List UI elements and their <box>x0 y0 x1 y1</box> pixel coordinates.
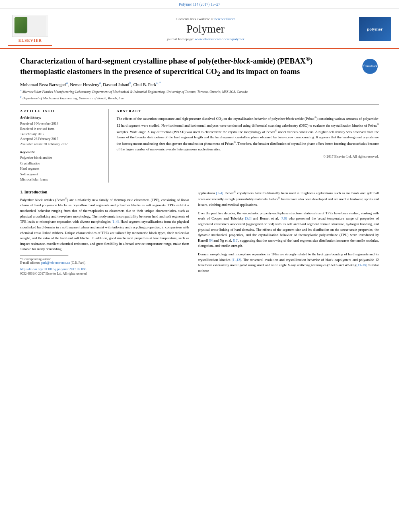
elsevier-text: ELSEVIER <box>19 38 42 43</box>
polymer-logo-box: polymer <box>359 17 391 41</box>
body-two-col: 1. Introduction Polyether block amides (… <box>20 190 379 277</box>
sciencedirect-link[interactable]: ScienceDirect <box>214 17 234 21</box>
received-revised-label: Received in revised form <box>20 126 102 131</box>
citation-text: Polymer 114 (2017) 15–27 <box>179 2 220 6</box>
journal-center-info: Contents lists available at ScienceDirec… <box>52 17 359 41</box>
svg-rect-1 <box>16 17 27 33</box>
svg-rect-0 <box>14 16 46 36</box>
doi-link[interactable]: http://dx.doi.org/10.1016/j.polymer.2017… <box>20 267 86 271</box>
article-info-abstract: ARTICLE INFO Article history: Received 9… <box>20 109 379 183</box>
authors-line: Mohamad Reza Barzegaria, Nemat Hossienya… <box>20 81 379 87</box>
received-date: Received 9 November 2014 <box>20 121 102 126</box>
available-online-date: Available online 28 February 2017 <box>20 142 102 147</box>
main-content: Characterization of hard-segment crystal… <box>0 49 399 281</box>
email-link[interactable]: park@mie.utoronto.ca <box>41 261 70 265</box>
affiliation-b: b Department of Mechanical Engineering, … <box>20 95 379 101</box>
right-para1: applications [1–4]. Pebax® copolymers ha… <box>198 190 379 208</box>
article-info-label: ARTICLE INFO <box>20 109 102 113</box>
svg-rect-4 <box>17 25 26 26</box>
issn-line: 0032-3861/© 2017 Elsevier Ltd. All right… <box>20 272 189 275</box>
right-para2: Over the past five decades, the viscoela… <box>198 211 379 249</box>
keyword-3: Hard segment <box>20 166 102 172</box>
svg-rect-6 <box>17 28 26 29</box>
abstract-text: The effects of the saturation temperatur… <box>117 115 379 152</box>
introduction-section: 1. Introduction Polyether block amides (… <box>20 190 379 277</box>
revised-date: 14 February 2017 <box>20 131 102 137</box>
homepage-link[interactable]: www.elsevier.com/locate/polymer <box>195 37 244 41</box>
footnote-divider <box>20 255 68 256</box>
journal-header: ELSEVIER Contents lists available at Sci… <box>0 8 399 49</box>
body-left-col: 1. Introduction Polyether block amides (… <box>20 190 189 277</box>
abstract-label: ABSTRACT <box>117 109 379 113</box>
keyword-4: Soft segment <box>20 172 102 177</box>
svg-point-2 <box>19 18 25 23</box>
doi-line: http://dx.doi.org/10.1016/j.polymer.2017… <box>20 267 189 271</box>
article-info-col: ARTICLE INFO Article history: Received 9… <box>20 109 109 183</box>
intro-para1: Polyether block amides (Pebax®) are a re… <box>20 197 189 252</box>
right-para3: Domain morphology and microphase separat… <box>198 252 379 274</box>
accepted-date: Accepted 26 February 2017 <box>20 136 102 142</box>
keyword-2: Crystallization <box>20 161 102 166</box>
article-title: Characterization of hard-segment crystal… <box>20 55 350 78</box>
elsevier-logo-image <box>12 15 48 37</box>
journal-homepage: journal homepage: www.elsevier.com/locat… <box>60 37 351 41</box>
copyright-line: © 2017 Elsevier Ltd. All rights reserved… <box>117 154 379 158</box>
svg-rect-5 <box>17 27 26 27</box>
crossmark-logo[interactable]: ✓ CrossMark <box>361 57 379 75</box>
journal-title: Polymer <box>60 23 351 35</box>
history-label: Article history: <box>20 115 102 119</box>
footnote-email: E-mail address: park@mie.utoronto.ca (C.… <box>20 261 189 265</box>
elsevier-logo-section: ELSEVIER <box>8 12 52 46</box>
svg-rect-3 <box>17 23 26 24</box>
contents-available-line: Contents lists available at ScienceDirec… <box>60 17 351 21</box>
intro-heading: 1. Introduction <box>20 190 189 194</box>
abstract-col: ABSTRACT The effects of the saturation t… <box>117 109 379 183</box>
journal-citation: Polymer 114 (2017) 15–27 <box>0 0 399 8</box>
keyword-1: Polyether block amides <box>20 155 102 161</box>
affiliation-a: a Microcellular Plastics Manufacturing L… <box>20 89 379 94</box>
keyword-5: Microcellular foams <box>20 177 102 183</box>
body-right-col: applications [1–4]. Pebax® copolymers ha… <box>198 190 379 277</box>
footnote-corresponding: * Corresponding author. <box>20 257 189 261</box>
article-title-section: Characterization of hard-segment crystal… <box>20 55 379 78</box>
crossmark-badge: ✓ CrossMark <box>362 59 378 74</box>
header-divider <box>20 105 379 105</box>
keywords-label: Keywords: <box>20 150 102 154</box>
